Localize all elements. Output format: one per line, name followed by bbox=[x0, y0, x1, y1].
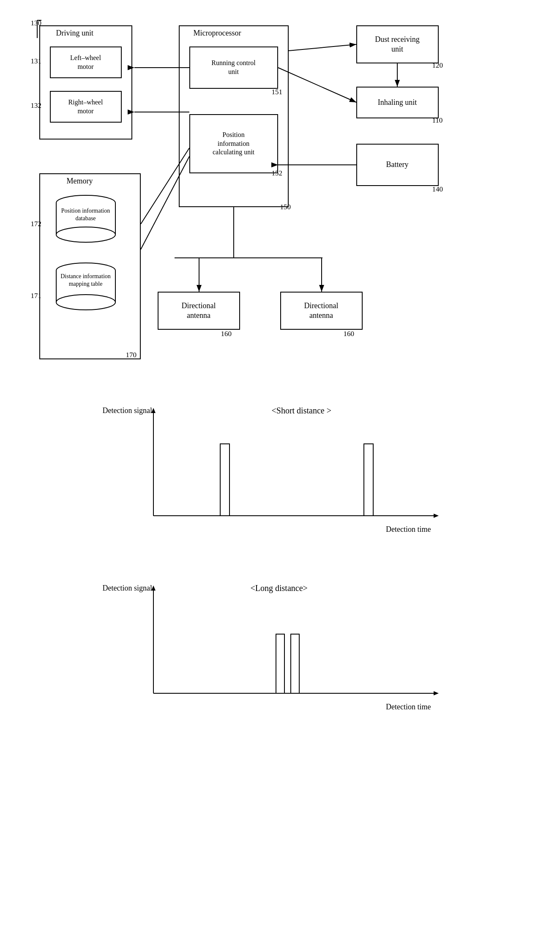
dir-antenna-right-label: Directional antenna bbox=[304, 301, 339, 321]
svg-point-4 bbox=[56, 227, 115, 242]
dir-antenna-left-label: Directional antenna bbox=[182, 301, 216, 321]
inhaling-unit-box: Inhaling unit bbox=[356, 87, 439, 118]
left-wheel-box: Left–wheel motor bbox=[50, 47, 122, 78]
chart2-svg: Detection time bbox=[90, 579, 470, 723]
svg-marker-36 bbox=[434, 691, 439, 695]
pos-info-calc-label: Position information calculating unit bbox=[213, 131, 254, 157]
right-wheel-box: Right–wheel motor bbox=[50, 91, 122, 123]
chart2-container: Detection signal <Long distance> Detecti… bbox=[90, 579, 470, 723]
ref-110: 110 bbox=[432, 116, 443, 125]
ref-131: 131 bbox=[31, 57, 42, 66]
dust-receiving-box: Dust receiving unit bbox=[356, 25, 439, 63]
svg-marker-27 bbox=[151, 408, 156, 413]
svg-marker-34 bbox=[151, 585, 156, 591]
ref-170: 170 bbox=[126, 351, 137, 359]
ref-132: 132 bbox=[31, 101, 42, 110]
svg-marker-29 bbox=[434, 514, 439, 518]
pos-info-calc-box: Position information calculating unit bbox=[189, 114, 278, 173]
ref-160-left: 160 bbox=[221, 330, 232, 338]
charts-section: Detection signal <Short distance > D bbox=[17, 402, 543, 723]
svg-point-9 bbox=[56, 295, 115, 310]
svg-rect-38 bbox=[291, 634, 299, 693]
chart1-svg: Detection time bbox=[90, 402, 470, 545]
battery-box: Battery bbox=[356, 144, 439, 186]
svg-line-15 bbox=[289, 44, 356, 51]
dist-info-map-cylinder: Distance information mapping table bbox=[52, 262, 120, 319]
ref-120: 120 bbox=[432, 61, 443, 70]
pos-info-db-label: Position information database bbox=[56, 207, 115, 222]
svg-rect-31 bbox=[364, 444, 373, 516]
svg-rect-37 bbox=[276, 634, 284, 693]
battery-label: Battery bbox=[386, 160, 409, 170]
diagram1: 130 Driving unit Left–wheel motor Right–… bbox=[27, 13, 534, 376]
inhaling-unit-label: Inhaling unit bbox=[378, 98, 417, 107]
ref-151: 151 bbox=[272, 88, 283, 96]
pos-info-db-cylinder: Position information database bbox=[52, 194, 120, 251]
microprocessor-label: Microprocessor bbox=[194, 29, 241, 38]
ref-160-right: 160 bbox=[344, 330, 355, 338]
ref-152: 152 bbox=[272, 169, 283, 178]
ref-150: 150 bbox=[280, 203, 291, 211]
svg-text:Detection time: Detection time bbox=[386, 525, 431, 533]
dir-antenna-left-box: Directional antenna bbox=[158, 292, 240, 330]
dist-info-map-label: Distance information mapping table bbox=[54, 273, 117, 288]
right-wheel-label: Right–wheel motor bbox=[68, 98, 103, 116]
dust-receiving-label: Dust receiving unit bbox=[375, 35, 419, 55]
ref-172: 172 bbox=[31, 220, 42, 228]
left-wheel-label: Left–wheel motor bbox=[70, 54, 101, 71]
page: 130 Driving unit Left–wheel motor Right–… bbox=[0, 0, 560, 952]
memory-label: Memory bbox=[67, 177, 93, 186]
ref-171: 171 bbox=[31, 292, 42, 300]
running-control-label: Running control unit bbox=[211, 59, 255, 77]
ref-140: 140 bbox=[432, 185, 443, 194]
running-control-box: Running control unit bbox=[189, 47, 278, 89]
chart1-container: Detection signal <Short distance > D bbox=[90, 402, 470, 545]
svg-rect-30 bbox=[220, 444, 229, 516]
svg-text:Detection time: Detection time bbox=[386, 703, 431, 711]
svg-line-14 bbox=[278, 68, 356, 102]
driving-unit-label: Driving unit bbox=[56, 29, 94, 38]
dir-antenna-right-box: Directional antenna bbox=[280, 292, 363, 330]
